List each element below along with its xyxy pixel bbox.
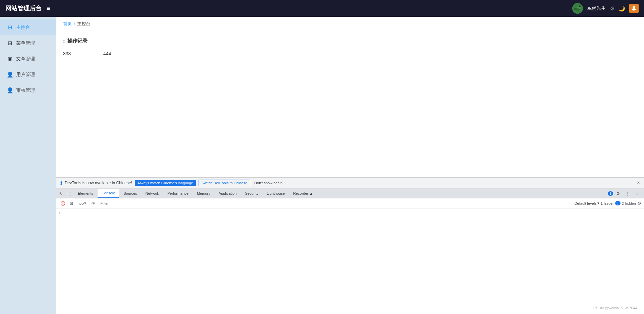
sidebar-item-audit[interactable]: 👤 审核管理 [0,82,56,98]
devtools-cursor-icon[interactable]: ↖ [56,189,65,198]
breadcrumb-separator: / [74,21,75,26]
devtools-more-icon[interactable]: ⋮ [623,189,632,198]
console-filter-input[interactable] [98,201,573,206]
info-icon: ℹ [60,180,62,186]
default-levels-btn[interactable]: Default levels ▾ [575,201,599,205]
tab-elements[interactable]: Elements [74,189,98,198]
avatar [572,3,583,14]
console-clear-btn[interactable]: 🚫 [59,200,66,207]
sidebar-item-label: 审核管理 [16,87,35,93]
page-content: :: 操作记录 333 444 [56,31,644,177]
switch-devtools-btn[interactable]: Switch DevTools to Chinese [199,180,250,186]
console-eye-btn[interactable]: 👁 [90,200,97,207]
sidebar: ⊞ 主控台 ⊞ 菜单管理 ▣ 文章管理 👤 用户管理 👤 审核管理 [0,17,56,314]
tab-console[interactable]: Console [98,189,119,198]
console-expand-btn[interactable]: ⊡ [68,200,75,207]
attribution: CSDN @weixin_51357044 [593,306,637,310]
tab-recorder[interactable]: Recorder ▲ [289,189,317,198]
content-area: 首页 / 主控台 :: 操作记录 333 444 ℹ DevTools is n… [56,17,644,314]
console-gear-icon[interactable]: ⚙ [637,201,641,206]
app-header: 网站管理后台 ≡ 咸蛋先生 ⚙ 🌙 [0,0,644,17]
issues-badge: 1 Issue: 1 [601,201,621,205]
devtools-tabbar: ↖ ⬚ Elements Console Sources Network Per… [56,189,644,198]
content-row: 333 444 [63,51,637,56]
section-title: 操作记录 [67,38,88,44]
breadcrumb: 首页 / 主控台 [56,17,644,31]
sidebar-item-menu[interactable]: ⊞ 菜单管理 [0,35,56,51]
value1: 333 [63,51,90,56]
user-icon: 👤 [7,71,13,78]
tab-application[interactable]: Application [215,189,241,198]
sidebar-item-label: 主控台 [16,24,30,30]
devtools-panel: ℹ DevTools is now available in Chinese! … [56,177,644,314]
notification-btn[interactable] [629,4,639,13]
issues-count-badge: 1 [615,201,621,205]
sidebar-item-user[interactable]: 👤 用户管理 [0,67,56,82]
article-icon: ▣ [7,56,13,62]
devtools-tabs-right: 1 ⚙ ⋮ × [607,189,644,198]
notification-message: DevTools is now available in Chinese! [65,181,132,185]
tab-security[interactable]: Security [241,189,263,198]
notification-close-btn[interactable]: × [637,180,640,186]
app-title: 网站管理后台 [5,4,42,12]
console-prompt: › [56,210,644,215]
header-left: 网站管理后台 ≡ [5,4,51,12]
console-right-controls: Default levels ▾ 1 Issue: 1 2 hidden ⚙ [575,201,641,206]
console-body[interactable]: › [56,208,644,314]
sidebar-item-dashboard[interactable]: ⊞ 主控台 [0,19,56,35]
theme-icon[interactable]: 🌙 [619,5,625,12]
breadcrumb-current: 主控台 [77,21,90,27]
tab-network[interactable]: Network [142,189,163,198]
menu-icon: ⊞ [7,40,13,46]
tab-sources[interactable]: Sources [119,189,141,198]
console-toolbar: 🚫 ⊡ top ▾ 👁 Default levels ▾ 1 Issue: 1 [56,198,644,208]
sidebar-item-article[interactable]: ▣ 文章管理 [0,51,56,67]
devtools-settings-icon[interactable]: ⚙ [614,189,623,198]
chevron-down-icon: ▾ [84,201,86,205]
dont-show-again-btn[interactable]: Don't show again [253,180,284,186]
tab-lighthouse[interactable]: Lighthouse [263,189,289,198]
drag-handle-icon: :: [63,39,65,44]
devtools-close-icon[interactable]: × [633,189,641,198]
svg-point-3 [575,8,580,11]
devtools-notification-bar: ℹ DevTools is now available in Chinese! … [56,178,644,189]
value2: 444 [103,51,130,56]
section-header: :: 操作记录 [63,38,637,44]
console-context-label: top [78,201,84,205]
sidebar-item-label: 文章管理 [16,56,35,62]
header-right: 咸蛋先生 ⚙ 🌙 [572,3,639,14]
console-context-selector[interactable]: top ▾ [76,200,88,206]
breadcrumb-home[interactable]: 首页 [63,21,72,27]
chevron-down-icon-levels: ▾ [597,201,599,205]
default-levels-label: Default levels [575,201,597,205]
hidden-count: 2 hidden [622,201,636,205]
always-match-btn[interactable]: Always match Chrome's language [135,180,196,186]
console-chevron-icon: › [59,210,60,214]
audit-icon: 👤 [7,87,13,93]
devtools-device-icon[interactable]: ⬚ [65,189,74,198]
issues-tab-badge: 1 [608,191,613,196]
username-label: 咸蛋先生 [587,5,606,11]
menu-toggle-icon[interactable]: ≡ [47,5,51,12]
tab-memory[interactable]: Memory [193,189,215,198]
settings-icon[interactable]: ⚙ [610,5,614,12]
main-layout: ⊞ 主控台 ⊞ 菜单管理 ▣ 文章管理 👤 用户管理 👤 审核管理 首页 / 主… [0,17,644,314]
sidebar-item-label: 用户管理 [16,72,35,78]
svg-point-4 [579,5,581,7]
dashboard-icon: ⊞ [7,24,13,30]
sidebar-item-label: 菜单管理 [16,40,35,46]
tab-performance[interactable]: Performance [163,189,193,198]
